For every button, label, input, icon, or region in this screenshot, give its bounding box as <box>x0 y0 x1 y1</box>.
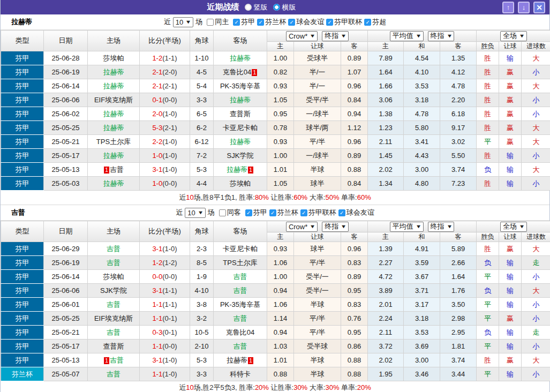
league-filter[interactable]: ✓芬甲联杯 <box>326 17 362 27</box>
team-name-text: 拉赫蒂 <box>103 110 124 118</box>
away-team-cell: 查普斯 <box>214 107 267 121</box>
avg-draw-odds-cell: 4.91 <box>404 242 440 256</box>
checkbox-icon[interactable]: ✓ <box>364 19 371 26</box>
home-team-cell: 拉赫蒂 <box>88 65 140 79</box>
crow-handicap-cell: 平/半 <box>294 326 341 340</box>
avg-draw-odds-cell: 5.80 <box>404 121 440 135</box>
fulltime-score: 2-1 <box>152 68 162 76</box>
recent-count-select[interactable]: 10▼ <box>185 208 205 218</box>
league-filter[interactable]: ✓球会友谊 <box>338 208 374 217</box>
crow-home-odds-cell: 0.93 <box>267 135 294 149</box>
halftime-score: (1-0) <box>162 152 177 160</box>
col-header-home: 主场 <box>88 31 140 51</box>
league-filter[interactable]: ✓芬甲 <box>233 17 255 27</box>
checkbox-icon[interactable]: ✓ <box>233 19 240 26</box>
average-time-value: 终指 <box>431 222 444 231</box>
avg-away-odds-cell: 5.50 <box>440 149 477 163</box>
match-type-cell: 芬甲 <box>1 242 44 256</box>
matches-table-lahti: 类型 日期 主场 比分(半场) 角球 客场 Crow*▼ 终指▼ 平均值▼ 终指… <box>1 30 550 191</box>
home-team-cell: EIF埃克纳斯 <box>88 312 140 326</box>
average-value: 平均值 <box>393 31 413 41</box>
crow-away-odds-cell: 0.95 <box>341 326 368 340</box>
halftime-score: (1-0) <box>162 165 177 174</box>
avg-draw-odds-cell: 3.18 <box>404 312 440 326</box>
checkbox-icon[interactable] <box>219 209 226 216</box>
checkbox-icon[interactable]: ✓ <box>338 209 345 216</box>
col-header-corner: 角球 <box>190 221 214 242</box>
checkbox-icon[interactable] <box>207 19 214 26</box>
odds-time-select[interactable]: 终指▼ <box>322 222 349 232</box>
odds-company-value: Crow* <box>289 32 307 40</box>
league-filter[interactable]: ✓芬甲联杯 <box>300 208 336 217</box>
close-button[interactable]: ✕ <box>533 2 545 13</box>
away-team-cell: 莎埃帕 <box>214 177 267 191</box>
league-filter[interactable]: ✓芬超 <box>364 17 386 27</box>
card-badge: 1 <box>248 167 253 174</box>
odds-time-select[interactable]: 终指▼ <box>322 31 349 41</box>
odds-company-select[interactable]: Crow*▼ <box>286 31 318 41</box>
handicap-result-cell: 赢 <box>499 242 522 256</box>
fulltime-score: 0-1 <box>152 96 162 104</box>
handicap-result-cell: 赢 <box>499 79 522 93</box>
avg-home-odds-cell: 1.34 <box>368 177 404 191</box>
score-cell: 0-1(0-0) <box>140 93 190 107</box>
fulltime-select[interactable]: 全场▼ <box>500 222 527 232</box>
league-filter[interactable]: ✓芬兰杯 <box>257 17 286 27</box>
radio-horizontal-layout[interactable]: 横版 <box>273 3 296 12</box>
league-filter[interactable]: ✓芬兰杯 <box>269 208 298 217</box>
avg-away-odds-cell: 1.81 <box>440 340 477 353</box>
crow-away-odds-cell: 0.83 <box>341 298 368 312</box>
home-team-cell: 吉普 <box>88 326 140 340</box>
average-time-select[interactable]: 终指▼ <box>428 31 455 41</box>
crow-home-odds-cell: 1.03 <box>267 340 294 353</box>
league-filter[interactable]: ✓芬甲 <box>245 208 267 217</box>
away-team-cell: PK-35海辛基 <box>214 79 267 93</box>
chevron-down-icon: ▼ <box>310 224 316 229</box>
team-name-text: 科特卡 <box>230 370 251 378</box>
halftime-score: (0-1) <box>162 328 177 336</box>
avg-home-odds-cell: 4.72 <box>368 270 404 284</box>
fulltime-score: 0-3 <box>152 328 162 336</box>
away-team-cell: TPS土尔库 <box>214 256 267 270</box>
same-venue-filter[interactable]: 同客 <box>219 208 241 217</box>
avg-away-odds-cell: 7.23 <box>440 177 477 191</box>
move-up-button[interactable]: ↑ <box>502 2 514 13</box>
match-type-cell: 芬甲 <box>1 79 44 93</box>
average-select[interactable]: 平均值▼ <box>390 222 424 232</box>
fulltime-score: 2-1 <box>152 82 162 90</box>
col-header-avg-away: 客 <box>440 232 477 242</box>
radio-vertical-layout[interactable]: 竖版 <box>245 3 268 12</box>
avg-away-odds-cell: 3.50 <box>440 298 477 312</box>
average-select[interactable]: 平均值▼ <box>390 31 424 41</box>
col-header-outcome: 胜负 <box>477 42 499 51</box>
team-name-text: 吉普 <box>233 342 247 350</box>
score-cell: 3-1(1-0) <box>140 163 190 177</box>
move-down-button[interactable]: ↓ <box>518 2 530 13</box>
league-filter-label: 芬甲 <box>253 208 267 217</box>
radio-icon[interactable] <box>273 4 280 11</box>
match-row: 芬甲25-06-06EIF埃克纳斯0-1(0-0)3-3拉赫蒂1.05受平/半0… <box>1 93 550 107</box>
corner-cell: 10-5 <box>190 326 214 340</box>
checkbox-icon[interactable]: ✓ <box>326 19 333 26</box>
crow-away-odds-cell: 1.07 <box>341 65 368 79</box>
checkbox-icon[interactable]: ✓ <box>300 209 307 216</box>
handicap-result-cell: 输 <box>499 177 522 191</box>
team-name-text: 拉赫蒂 <box>230 96 251 104</box>
odds-company-select[interactable]: Crow*▼ <box>286 222 318 232</box>
recent-count-select[interactable]: 10▼ <box>173 17 193 27</box>
team-name-text: 吉普 <box>233 287 247 295</box>
halftime-score: (0-0) <box>162 179 177 187</box>
checkbox-icon[interactable]: ✓ <box>269 209 276 216</box>
checkbox-icon[interactable]: ✓ <box>257 19 264 26</box>
league-filter[interactable]: ✓球会友谊 <box>288 17 324 27</box>
fulltime-select[interactable]: 全场▼ <box>500 31 527 41</box>
match-type-cell: 芬甲 <box>1 353 44 367</box>
crow-away-odds-cell: 0.89 <box>341 270 368 284</box>
average-time-select[interactable]: 终指▼ <box>428 222 455 232</box>
same-venue-filter[interactable]: 同主 <box>207 17 229 27</box>
checkbox-icon[interactable]: ✓ <box>288 19 295 26</box>
checkbox-icon[interactable]: ✓ <box>245 209 252 216</box>
handicap-result-cell: 输 <box>499 51 522 65</box>
radio-icon[interactable] <box>245 4 252 11</box>
outcome-result-cell: 胜 <box>477 107 499 121</box>
